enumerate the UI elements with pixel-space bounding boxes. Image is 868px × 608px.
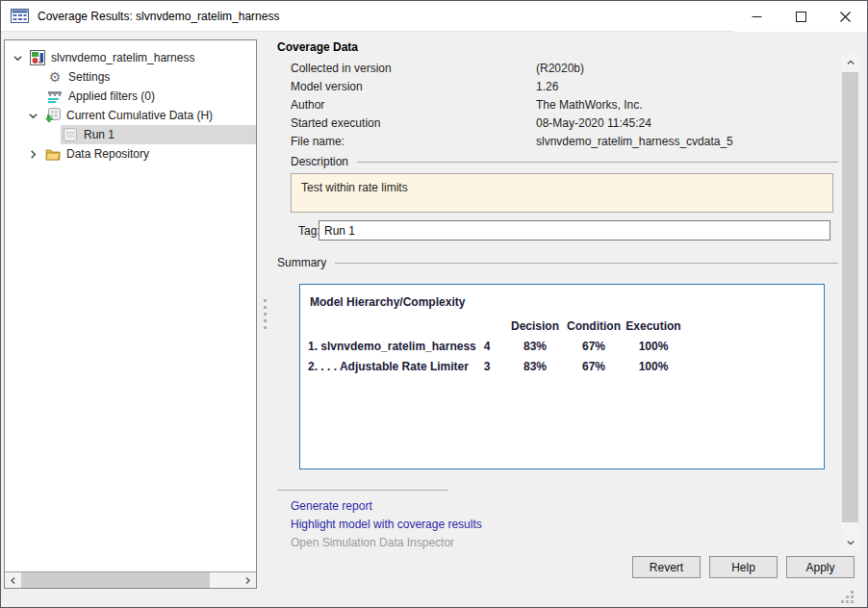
tree-item-label: Data Repository [66,147,149,161]
field-value: 1.26 [536,80,558,93]
field-started-execution: Started execution 08-May-2020 11:45:24 [291,114,830,132]
chevron-down-icon[interactable] [11,51,24,64]
scrollbar-track[interactable] [21,572,240,588]
links-divider [277,490,448,491]
window-controls [734,1,867,32]
chevron-down-icon[interactable] [26,109,39,122]
scroll-down-icon[interactable] [842,534,858,550]
apply-button[interactable]: Apply [786,556,855,578]
summary-table-header: Decision Condition Execution [300,319,824,333]
field-label: Model version [291,80,536,93]
field-collected-in-version: Collected in version (R2020b) [291,59,830,77]
field-model-version: Model version 1.26 [291,77,830,95]
row-execution: 100% [622,360,685,373]
tree-item-model[interactable]: slvnvdemo_ratelim_harness [5,48,256,67]
coverage-fields: Collected in version (R2020b) Model vers… [291,59,830,150]
field-value: The MathWorks, Inc. [536,98,642,112]
filter-icon [47,89,63,104]
highlight-model-link[interactable]: Highlight model with coverage results [291,515,482,533]
section-rule [357,162,838,163]
row-complexity: 4 [470,340,504,353]
folder-icon [45,146,61,162]
section-rule [335,263,838,264]
row-execution: 100% [622,340,685,353]
scrollbar-thumb[interactable] [842,72,858,522]
scrollbar-thumb[interactable] [21,572,210,588]
selected-row-highlight: Run 1 [61,125,256,144]
row-name: 1. slvnvdemo_ratelim_harness [308,340,470,353]
open-sdi-link: Open Simulation Data Inspector [291,533,482,551]
column-condition: Condition [566,319,622,333]
row-name: 2. . . . Adjustable Rate Limiter [308,360,470,373]
scroll-right-icon[interactable] [240,572,256,588]
tree-item-label: Run 1 [84,128,115,141]
tree-item-label: Settings [68,70,110,84]
generate-report-link[interactable]: Generate report [291,496,482,515]
column-decision: Decision [504,319,566,333]
results-tree-panel: slvnvdemo_ratelim_harness ⚙ Settings [4,39,257,589]
coverage-data-heading: Coverage Data [277,40,358,54]
model-icon [30,50,45,65]
tree-item-settings[interactable]: ⚙ Settings [5,67,256,87]
field-label: Author [291,98,536,112]
description-heading: Description [291,155,348,168]
coverage-table-icon [11,9,29,23]
field-label: Started execution [291,116,536,130]
row-condition: 67% [566,360,622,373]
summary-report-box: Model Hierarchy/Complexity Decision Cond… [299,284,825,469]
summary-heading: Summary [277,256,326,269]
field-author: Author The MathWorks, Inc. [291,95,830,114]
results-tree: slvnvdemo_ratelim_harness ⚙ Settings [5,40,256,164]
row-complexity: 3 [470,360,504,373]
tree-item-cumulative-data[interactable]: Current Cumulative Data (H) [5,106,256,125]
tag-label: Tag: [298,224,320,238]
help-button[interactable]: Help [709,556,778,578]
description-section-header: Description [291,155,838,168]
tag-input[interactable] [319,220,830,241]
field-value: slvnvdemo_ratelim_harness_cvdata_5 [536,135,733,148]
tree-item-applied-filters[interactable]: Applied filters (0) [5,87,256,106]
chevron-right-icon[interactable] [26,147,39,161]
summary-section-header: Summary [277,256,838,269]
minimize-button[interactable] [734,1,779,32]
field-label: Collected in version [291,62,536,75]
maximize-button[interactable] [779,1,823,32]
field-value: 08-May-2020 11:45:24 [536,116,651,130]
tree-item-run-1[interactable]: Run 1 [5,125,256,144]
tree-item-data-repository[interactable]: Data Repository [5,144,256,164]
window-resize-grip[interactable] [839,589,856,606]
summary-table-title: Model Hierarchy/Complexity [310,295,824,309]
revert-button[interactable]: Revert [632,556,701,578]
tree-item-label: Current Cumulative Data (H) [66,109,213,122]
tree-item-label: Applied filters (0) [68,89,155,103]
description-box[interactable]: Test within rate limits [291,173,833,213]
title-bar: Coverage Results: slvnvdemo_ratelim_harn… [1,1,867,32]
content-vertical-scrollbar[interactable] [842,54,858,550]
tree-horizontal-scrollbar[interactable] [5,571,256,588]
summary-table-row: 1. slvnvdemo_ratelim_harness 4 83% 67% 1… [300,340,824,353]
row-decision: 83% [504,340,566,353]
tree-item-label: slvnvdemo_ratelim_harness [51,51,194,64]
cumulative-data-icon [45,108,61,123]
close-button[interactable] [823,1,867,32]
row-decision: 83% [504,360,566,373]
gear-icon: ⚙ [47,69,63,85]
scroll-left-icon[interactable] [5,572,21,588]
panel-splitter-handle[interactable] [264,299,268,329]
field-label: File name: [291,135,536,148]
coverage-results-window: Coverage Results: slvnvdemo_ratelim_harn… [0,0,868,608]
run-icon [63,127,78,142]
scroll-up-icon[interactable] [842,54,858,70]
row-condition: 67% [566,340,622,353]
field-file-name: File name: slvnvdemo_ratelim_harness_cvd… [291,132,830,150]
field-value: (R2020b) [536,62,584,75]
action-links: Generate report Highlight model with cov… [291,496,482,551]
description-text: Test within rate limits [301,181,823,194]
window-title: Coverage Results: slvnvdemo_ratelim_harn… [38,10,279,23]
column-execution: Execution [622,319,685,333]
summary-table-row: 2. . . . Adjustable Rate Limiter 3 83% 6… [300,360,824,373]
